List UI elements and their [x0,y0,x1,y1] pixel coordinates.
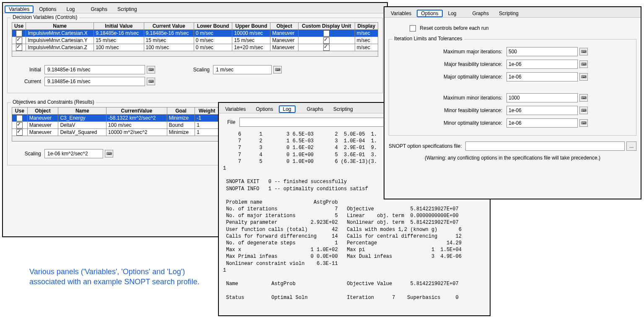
keyboard-icon[interactable]: ⌨ [273,66,282,73]
table-row[interactable]: ImpulsiveMnvr.Cartesian.X9.18485e-16 m/s… [12,30,378,37]
table-cell: Maneuver [270,30,299,37]
column-header[interactable]: Upper Bound [232,23,270,30]
current-field[interactable]: 9.18485e-16 m/sec [44,77,145,86]
keyboard-icon[interactable]: ⌨ [147,78,155,85]
iteration-limits-group: Iteration Limits and Tolerances Maximum … [389,39,636,136]
column-header[interactable]: Custom Display Unit [298,23,355,30]
tab-graphs[interactable]: Graphs [86,5,112,13]
table-cell: Minimize [167,115,195,122]
table-cell: ImpulsiveMnvr.Cartesian.X [26,30,94,37]
objectives-title: Objectives and Constraints (Results) [11,99,96,105]
tab-options[interactable]: Options [34,5,61,13]
use-checkbox[interactable] [16,30,22,37]
keyboard-icon[interactable]: ⌨ [579,48,588,55]
reset-controls-checkbox[interactable] [410,25,416,31]
table-cell: 15 m/sec [144,37,194,44]
column-header[interactable]: Lower Bound [194,23,232,30]
option-input[interactable]: 1e-06 [506,72,578,81]
option-input[interactable]: 500 [506,47,578,56]
tab-variables[interactable]: Variables [5,5,34,13]
option-input[interactable]: 1e-06 [506,60,578,69]
use-checkbox[interactable] [16,122,23,128]
table-cell: m/sec [355,30,378,37]
keyboard-icon[interactable]: ⌨ [147,66,155,73]
column-header[interactable]: Object [270,23,299,30]
initial-field[interactable]: 9.18485e-16 m/sec [44,65,145,74]
table-row[interactable]: ImpulsiveMnvr.Cartesian.Z100 m/sec100 m/… [12,44,378,51]
spec-warning: (Warning: any conflicting options in the… [384,155,641,161]
keyboard-icon[interactable]: ⌨ [579,119,588,127]
use-checkbox[interactable] [16,45,22,51]
tab-log[interactable]: Log [62,5,80,13]
column-header[interactable]: Use [12,23,26,30]
table-cell: -58.1322 km^2/sec^2 [106,115,167,122]
scaling2-label: Scaling [12,151,41,157]
tab-variables[interactable]: Variables [386,9,416,17]
option-input[interactable]: 1e-06 [506,118,578,128]
column-header[interactable]: CurrentValue [106,107,167,115]
scaling-field[interactable]: 1 m/sec [213,65,272,74]
use-checkbox[interactable] [16,37,22,44]
tab-variables[interactable]: Variables [221,105,250,113]
table-cell: ImpulsiveMnvr.Cartesian.Y [26,37,94,44]
tab-log[interactable]: Log [279,105,296,113]
decision-vars-title: Decision Variables (Controls) [11,14,79,20]
tab-scripting[interactable]: Scripting [329,105,358,113]
use-checkbox[interactable] [16,115,23,121]
keyboard-icon[interactable]: ⌨ [579,107,588,114]
table-row[interactable]: ManeuverDeltaV_Squared10000 m^2/sec^2Min… [12,129,219,136]
table-cell: 100 m/sec [144,44,194,51]
keyboard-icon[interactable]: ⌨ [105,150,113,157]
custom-unit-checkbox[interactable] [323,30,330,37]
current-label: Current [12,79,41,84]
table-row[interactable]: ManeuverC3_Energy-58.1322 km^2/sec^2Mini… [12,115,219,122]
table-row[interactable]: ManeuverDeltaV100 m/secBound1 [12,122,219,129]
keyboard-icon[interactable]: ⌨ [579,60,588,68]
table-cell: 1e+20 m/sec [232,44,270,51]
tab-scripting[interactable]: Scripting [113,5,142,13]
tab-options[interactable]: Options [251,105,278,113]
tab-log[interactable]: Log [444,9,461,17]
table-cell: DeltaV [58,122,106,129]
column-header[interactable]: Name [58,107,106,115]
table-cell [12,122,28,129]
browse-button[interactable]: ... [626,141,636,151]
scaling-label: Scaling [180,67,210,73]
table-row[interactable]: ImpulsiveMnvr.Cartesian.Y15 m/sec15 m/se… [12,37,378,44]
use-checkbox[interactable] [16,129,23,136]
tab-graphs[interactable]: Graphs [468,9,493,17]
table-cell: 10000 m/sec [232,30,270,37]
keyboard-icon[interactable]: ⌨ [579,73,588,81]
decision-vars-table[interactable]: UseNameInitial ValueCurrent ValueLower B… [12,22,378,51]
table-cell: ImpulsiveMnvr.Cartesian.Z [26,44,94,51]
table-cell: C3_Energy [58,115,106,122]
tab-graphs[interactable]: Graphs [302,105,328,113]
objectives-table[interactable]: UseObjectNameCurrentValueGoalWeight Mane… [12,107,219,136]
custom-unit-checkbox[interactable] [323,37,330,44]
column-header[interactable]: Initial Value [94,23,144,30]
table-cell: 10000 m^2/sec^2 [106,129,167,136]
column-header[interactable]: Current Value [144,23,194,30]
tab-scripting[interactable]: Scripting [494,9,523,17]
keyboard-icon[interactable]: ⌨ [579,94,588,102]
column-header[interactable]: Name [26,23,94,30]
column-header[interactable]: Object [27,107,58,115]
option-label: Maximum minor iterations: [393,95,502,101]
scaling2-field[interactable]: 1e-06 km^2/sec^2 [44,149,103,158]
tab-options[interactable]: Options [417,10,442,17]
custom-unit-checkbox[interactable] [323,45,330,51]
table-cell: 0 m/sec [194,44,232,51]
column-header[interactable]: Use [12,107,28,115]
option-label: Minor feasibility tolerance: [393,107,502,113]
table-cell [12,44,26,51]
column-header[interactable]: Goal [167,107,195,115]
column-header[interactable]: Display [355,23,378,30]
option-input[interactable]: 1000 [506,93,578,102]
column-header[interactable]: Weight [195,107,219,115]
table-cell [12,115,28,122]
table-cell [12,129,28,136]
spec-file-field[interactable] [465,141,625,151]
decision-vars-group: Decision Variables (Controls) UseNameIni… [7,18,383,93]
option-input[interactable]: 1e-06 [506,106,578,115]
table-cell [12,37,26,44]
